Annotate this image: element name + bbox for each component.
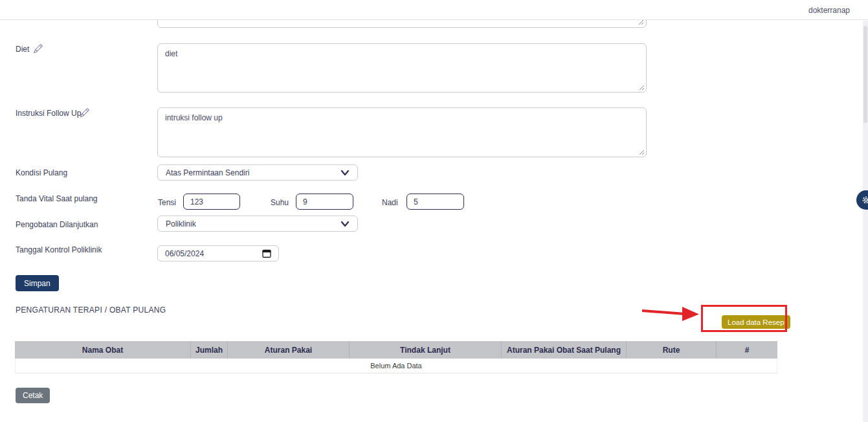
diet-field-wrap: diet <box>157 43 647 93</box>
pengobatan-label: Pengobatan Dilanjutkan <box>16 220 98 229</box>
terapi-section-title: PENGATURAN TERAPI / OBAT PULANG <box>16 305 166 315</box>
kondisi-pulang-selected-value: Atas Permintaan Sendiri <box>166 168 249 177</box>
pencil-icon[interactable] <box>80 108 89 117</box>
col-header-jumlah: Jumlah <box>191 341 228 359</box>
diet-label: Diet <box>16 45 29 54</box>
suhu-label: Suhu <box>271 198 289 207</box>
col-header-nama-obat: Nama Obat <box>15 341 191 359</box>
red-arrow-annotation <box>640 304 701 322</box>
chevron-down-icon <box>340 221 350 227</box>
print-button[interactable]: Cetak <box>16 388 50 403</box>
suhu-input[interactable] <box>296 194 353 210</box>
col-header-aturan-pakai-pulang: Aturan Pakai Obat Saat Pulang <box>502 341 627 359</box>
top-navbar: dokterranap <box>0 0 868 20</box>
pengobatan-select[interactable]: Poliklinik <box>157 216 358 232</box>
followup-textarea[interactable]: intruksi follow up <box>157 107 647 157</box>
tensi-label: Tensi <box>158 198 176 207</box>
calendar-icon[interactable] <box>262 249 271 258</box>
obat-pulang-table: Nama Obat Jumlah Aturan Pakai Tindak Lan… <box>15 341 777 373</box>
settings-fab[interactable] <box>856 190 868 210</box>
table-header-row: Nama Obat Jumlah Aturan Pakai Tindak Lan… <box>15 341 777 359</box>
scrollbar[interactable] <box>863 21 868 422</box>
table-empty-row: Belum Ada Data <box>15 359 777 373</box>
vital-label: Tanda Vital Saat pulang <box>16 194 98 203</box>
chevron-down-icon <box>340 170 350 176</box>
tensi-input[interactable] <box>183 194 240 210</box>
tanggal-kontrol-label: Tanggal Kontrol Poliklinik <box>16 245 102 254</box>
scrollbar-thumb[interactable] <box>863 26 867 123</box>
pengobatan-selected-value: Poliklinik <box>166 219 196 228</box>
col-header-tindak-lanjut: Tindak Lanjut <box>350 341 502 359</box>
followup-field-wrap: intruksi follow up <box>157 107 647 157</box>
tanggal-kontrol-value: 06/05/2024 <box>165 249 204 258</box>
save-button[interactable]: Simpan <box>16 275 59 291</box>
nadi-label: Nadi <box>382 198 398 207</box>
pencil-icon[interactable] <box>34 44 43 53</box>
followup-label: Instruksi Follow Up <box>16 109 81 118</box>
col-header-rute: Rute <box>627 341 717 359</box>
nadi-input[interactable] <box>406 194 464 210</box>
gear-icon <box>861 195 868 205</box>
col-header-actions: # <box>717 341 777 359</box>
col-header-aturan-pakai: Aturan Pakai <box>228 341 350 359</box>
logged-in-user[interactable]: dokterranap <box>808 6 850 15</box>
kondisi-pulang-label: Kondisi Pulang <box>16 168 67 177</box>
kondisi-pulang-select[interactable]: Atas Permintaan Sendiri <box>157 164 358 181</box>
red-highlight-box <box>701 305 787 332</box>
tanggal-kontrol-date-input[interactable]: 06/05/2024 <box>157 245 279 261</box>
discharge-form-page: dokterranap Diet diet Instruksi Follow U… <box>0 0 868 422</box>
diet-textarea[interactable]: diet <box>157 43 647 93</box>
